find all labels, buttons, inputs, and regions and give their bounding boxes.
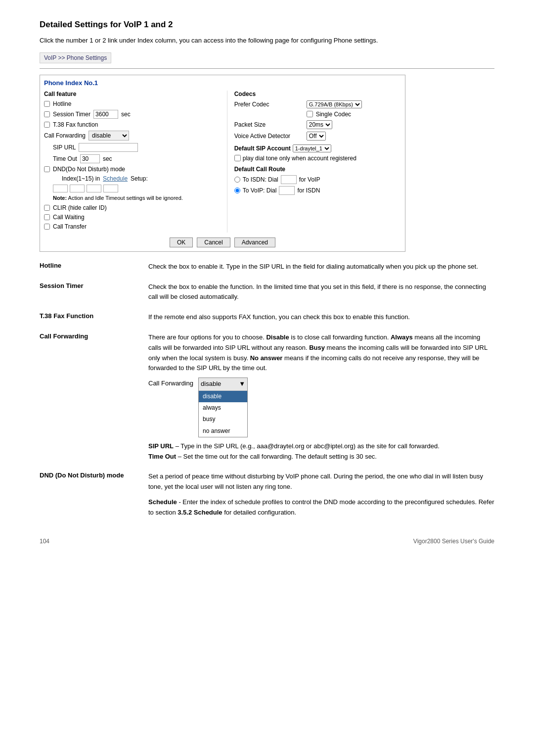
sip-url-row: SIP URL	[44, 143, 222, 152]
hotline-row: Hotline	[44, 100, 222, 107]
dcr-isdn-suffix: for VoIP	[299, 176, 320, 183]
breadcrumb: VoIP >> Phone Settings	[40, 52, 111, 63]
clir-checkbox[interactable]	[44, 205, 50, 211]
desc-hotline: Hotline Check the box to enable it. Type…	[40, 262, 494, 272]
desc-hotline-body: Check the box to enable it. Type in the …	[148, 262, 494, 272]
dcr-voip-input[interactable]	[279, 186, 295, 195]
cf-demo-dropdown[interactable]: disable ▼ disable always busy no answer	[198, 378, 248, 437]
call-forwarding-select[interactable]: disable always busy no answer	[89, 131, 129, 141]
dnd-body2: Schedule - Enter the index of schedule p…	[148, 497, 494, 518]
desc-dnd-body: Set a period of peace time without distu…	[148, 472, 494, 518]
session-timer-unit: sec	[121, 111, 131, 118]
panel-left: Call feature Hotline Session Timer sec T…	[44, 91, 227, 233]
sip-url-input[interactable]	[79, 143, 138, 152]
dcr-voip-label: To VoIP: Dial	[243, 187, 277, 194]
packet-size-row: Packet Size 20ms 10ms 30ms	[234, 120, 401, 129]
desc-dnd: DND (Do Not Disturb) mode Set a period o…	[40, 472, 494, 518]
session-timer-label: Session Timer	[53, 111, 90, 118]
advanced-button[interactable]: Advanced	[234, 237, 275, 247]
timeout-input[interactable]	[80, 154, 100, 163]
cf-dropdown-demo: Call Forwarding disable ▼ disable always…	[148, 378, 494, 437]
dnd-label: DND(Do Not Disturb) mode	[53, 166, 125, 173]
note-label: Note:	[53, 195, 67, 201]
hotline-label: Hotline	[53, 100, 71, 107]
cf-option-no-answer[interactable]: no answer	[199, 425, 247, 437]
call-transfer-label: Call Transfer	[53, 223, 87, 230]
cancel-button[interactable]: Cancel	[197, 237, 230, 247]
desc-t38-fax: T.38 Fax Function If the remote end also…	[40, 312, 494, 323]
session-timer-input[interactable]	[93, 110, 118, 119]
dcr-isdn-input[interactable]	[281, 175, 297, 184]
note-text: Action and Idle Timeout settings will be…	[68, 195, 183, 201]
intro-text: Click the number 1 or 2 link under Index…	[40, 36, 494, 46]
section-divider	[40, 68, 494, 69]
page-number: 104	[40, 538, 49, 545]
prefer-codec-select[interactable]: G.729A/B (8Kbps)	[307, 100, 362, 108]
call-forwarding-label: Call Forwarding	[44, 132, 86, 139]
dcr-isdn-row: To ISDN: Dial for VoIP	[234, 175, 401, 184]
call-waiting-checkbox[interactable]	[44, 214, 50, 220]
schedule-index-row: Index(1~15) in Schedule Setup:	[44, 175, 222, 182]
dcr-voip-row: To VoIP: Dial for ISDN	[234, 186, 401, 195]
prefer-codec-row: Prefer Codec G.729A/B (8Kbps)	[234, 100, 401, 108]
product-name: Vigor2800 Series User's Guide	[413, 538, 494, 545]
call-waiting-label: Call Waiting	[53, 214, 85, 221]
cf-option-always[interactable]: always	[199, 402, 247, 414]
schedule-box-3[interactable]	[87, 185, 101, 192]
desc-t38-fax-term: T.38 Fax Function	[40, 312, 138, 323]
panel-right: Codecs Prefer Codec G.729A/B (8Kbps) Sin…	[227, 91, 401, 233]
call-transfer-row: Call Transfer	[44, 223, 222, 230]
fax-checkbox[interactable]	[44, 122, 50, 128]
session-timer-checkbox[interactable]	[44, 111, 50, 117]
desc-t38-fax-body: If the remote end also supports FAX func…	[148, 312, 494, 323]
vad-label: Voice Active Detector	[234, 133, 304, 140]
schedule-box-4[interactable]	[103, 185, 118, 192]
no-answer-label: No answer	[250, 354, 283, 362]
description-section: Hotline Check the box to enable it. Type…	[40, 262, 494, 518]
call-waiting-row: Call Waiting	[44, 214, 222, 221]
cf-sip-url-note: SIP URL – Type in the SIP URL (e.g., aaa…	[148, 441, 494, 462]
desc-hotline-term: Hotline	[40, 262, 138, 272]
dcr-voip-suffix: for ISDN	[297, 187, 320, 194]
sip-account-select[interactable]: 1-draytel_1	[293, 144, 331, 152]
schedule-box-2[interactable]	[70, 185, 85, 192]
schedule-box-1[interactable]	[53, 185, 68, 192]
call-forwarding-row: Call Forwarding disable always busy no a…	[44, 131, 222, 141]
sip-url-label: SIP URL	[53, 144, 76, 151]
desc-call-forwarding-body: There are four options for you to choose…	[148, 332, 494, 462]
packet-size-select[interactable]: 20ms 10ms 30ms	[307, 120, 332, 129]
desc-call-forwarding: Call Forwarding There are four options f…	[40, 332, 494, 462]
sip-account-label: Default SIP Account	[234, 145, 291, 152]
single-codec-label: Single Codec	[316, 111, 351, 118]
dnd-checkbox[interactable]	[44, 166, 50, 172]
always-label: Always	[391, 333, 413, 341]
single-codec-checkbox[interactable]	[307, 111, 313, 117]
note-row: Note: Action and Idle Timeout settings w…	[44, 194, 222, 202]
section-ref: 3.5.2 Schedule	[178, 509, 222, 516]
cf-option-busy[interactable]: busy	[199, 414, 247, 425]
right-section-label: Codecs	[234, 91, 401, 97]
play-dial-checkbox[interactable]	[234, 155, 241, 161]
desc-session-timer: Session Timer Check the box to enable th…	[40, 282, 494, 303]
prefer-codec-label: Prefer Codec	[234, 101, 304, 108]
dcr-voip-radio[interactable]	[234, 188, 240, 193]
hotline-checkbox[interactable]	[44, 101, 50, 107]
ok-button[interactable]: OK	[170, 237, 193, 247]
cf-dropdown-arrow: ▼	[239, 379, 245, 389]
call-transfer-checkbox[interactable]	[44, 224, 50, 230]
session-timer-row: Session Timer sec	[44, 110, 222, 119]
panel-title: Phone Index No.1	[44, 79, 401, 87]
play-dial-label: play dial tone only when account registe…	[243, 155, 356, 162]
schedule-link[interactable]: Schedule	[103, 175, 128, 182]
fax-row: T.38 Fax function	[44, 121, 222, 128]
cf-option-disable[interactable]: disable	[199, 391, 247, 402]
left-section-label: Call feature	[44, 91, 222, 97]
cf-dropdown-selected: disable ▼	[199, 378, 247, 391]
dcr-isdn-radio[interactable]	[234, 177, 240, 183]
vad-select[interactable]: Off On	[307, 132, 326, 141]
disable-label: Disable	[266, 333, 289, 341]
busy-label: Busy	[309, 344, 325, 351]
fax-label: T.38 Fax function	[53, 121, 98, 128]
cf-demo-label: Call Forwarding	[148, 378, 193, 389]
default-call-route: Default Call Route To ISDN: Dial for VoI…	[234, 166, 401, 195]
